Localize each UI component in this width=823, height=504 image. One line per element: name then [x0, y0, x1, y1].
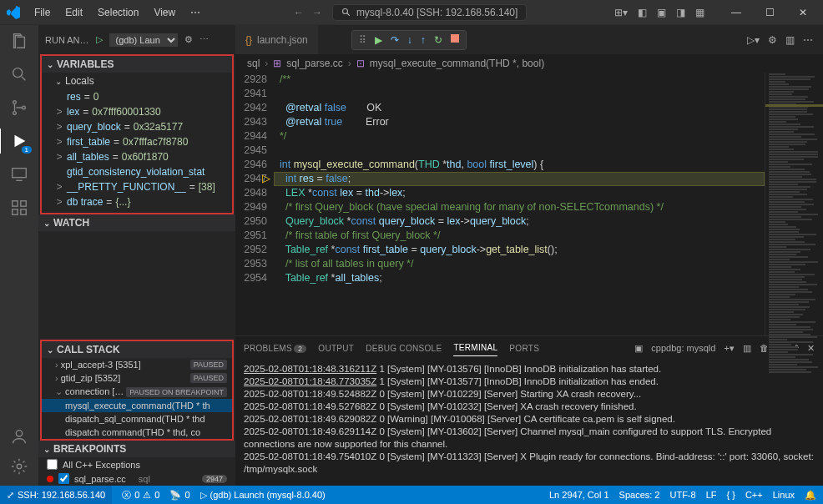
status-os[interactable]: Linux [773, 490, 795, 501]
status-language[interactable]: C++ [745, 490, 763, 501]
svg-point-6 [23, 106, 26, 109]
step-out-button[interactable]: ↑ [421, 34, 426, 46]
breadcrumb[interactable]: sql› ⊞sql_parse.cc› ⊡mysql_execute_comma… [235, 54, 823, 73]
svg-line-1 [347, 13, 350, 15]
menu-edit[interactable]: Edit [59, 7, 88, 18]
tab-problems[interactable]: PROBLEMS2 [244, 340, 306, 356]
thread-row[interactable]: › xpl_accept-3 [5351]PAUSED [42, 358, 232, 371]
account-icon[interactable] [10, 427, 28, 446]
bp-checkbox[interactable] [47, 459, 58, 470]
watch-header[interactable]: ⌄WATCH [38, 214, 235, 231]
settings-gear-icon[interactable] [10, 457, 28, 476]
layout-bottom-icon[interactable]: ▣ [657, 7, 666, 18]
nav-forward[interactable]: → [312, 7, 322, 18]
tab-ports[interactable]: PORTS [509, 340, 539, 356]
menu-view[interactable]: View [148, 7, 181, 18]
status-encoding[interactable]: UTF-8 [669, 490, 695, 501]
variable-row[interactable]: gtid_consistency_violation_stat [42, 164, 232, 179]
callstack-header[interactable]: ⌄CALL STACK [42, 341, 232, 358]
bp-checkbox[interactable] [58, 473, 69, 484]
drag-handle-icon[interactable]: ⠿ [359, 34, 366, 46]
command-center[interactable]: mysql-8.0.40 [SSH: 192.168.56.140] [332, 4, 527, 21]
stack-frame[interactable]: dispatch command(THD * thd, co [42, 426, 232, 439]
menu-selection[interactable]: Selection [92, 7, 144, 18]
variable-row[interactable]: >__PRETTY_FUNCTION__ = [38] [42, 179, 232, 194]
start-debug-button[interactable]: ▷ [96, 34, 103, 45]
customize-layout-icon[interactable]: ▦ [695, 7, 704, 18]
breakpoint-all-cpp[interactable]: All C++ Exceptions [38, 457, 235, 471]
menu-more[interactable]: ⋯ [184, 7, 206, 18]
step-into-button[interactable]: ↓ [407, 34, 412, 46]
step-over-button[interactable]: ↷ [391, 34, 399, 46]
tab-debug-console[interactable]: DEBUG CONSOLE [366, 340, 442, 356]
tab-output[interactable]: OUTPUT [318, 340, 354, 356]
layout-left-icon[interactable]: ◧ [638, 7, 647, 18]
stop-button[interactable] [451, 34, 459, 43]
split-editor-icon[interactable]: ▥ [785, 34, 795, 46]
variables-section: ⌄VARIABLES ⌄Locals res = 0>lex = 0x7fff6… [40, 54, 234, 214]
new-terminal-icon[interactable]: +▾ [724, 343, 734, 354]
tab-launch-json[interactable]: {}launch.json [235, 25, 318, 54]
stack-frame[interactable]: dispatch_sql_command(THD * thd [42, 412, 232, 426]
terminal-output[interactable]: 2025-02-08T01:18:48.316211Z 1 [System] [… [235, 360, 823, 486]
thread-row[interactable]: ⌄ connection […PAUSED ON BREAKPOINT [42, 385, 232, 399]
svg-point-5 [13, 112, 17, 115]
function-icon: ⊡ [356, 58, 365, 69]
menu-file[interactable]: File [28, 7, 56, 18]
window-close[interactable]: ✕ [790, 3, 816, 23]
split-terminal-icon[interactable]: ▥ [743, 343, 751, 354]
restart-button[interactable]: ↻ [434, 34, 442, 46]
locals-header[interactable]: ⌄Locals [42, 73, 232, 89]
json-icon: {} [245, 34, 252, 46]
remote-explorer-icon[interactable] [10, 165, 28, 184]
run-and-debug-label: RUN AN… [45, 35, 89, 45]
variable-row[interactable]: >db trace = {...} [42, 194, 232, 209]
variable-row[interactable]: res = 0 [42, 89, 232, 104]
layout-right-icon[interactable]: ◨ [676, 7, 685, 18]
svg-point-2 [13, 68, 23, 78]
variable-row[interactable]: >all_tables = 0x60f1870 [42, 149, 232, 164]
status-bell-icon[interactable]: 🔔 [805, 490, 816, 501]
svg-point-14 [17, 464, 22, 469]
run-debug-icon[interactable]: 1 [10, 132, 28, 150]
status-position[interactable]: Ln 2947, Col 1 [549, 490, 609, 501]
remote-indicator[interactable]: ⤢ SSH: 192.168.56.140 [0, 486, 112, 504]
settings-tab-icon[interactable]: ⚙ [768, 34, 777, 46]
more-icon[interactable]: ⋯ [199, 34, 209, 45]
terminal-name: cppdbg: mysqld [651, 343, 715, 353]
status-ports[interactable]: 📡 0 [169, 490, 189, 501]
variable-row[interactable]: >query_block = 0x32a5177 [42, 119, 232, 134]
stack-frame[interactable]: mysql_execute_command(THD * th [42, 399, 232, 412]
run-config-icon[interactable]: ▷▾ [747, 34, 760, 46]
thread-row[interactable]: › gtid_zip [5352]PAUSED [42, 371, 232, 385]
status-launch[interactable]: ▷ (gdb) Launch (mysql-8.0.40) [200, 490, 326, 501]
window-minimize[interactable]: — [723, 3, 750, 23]
window-maximize[interactable]: ☐ [756, 3, 783, 23]
status-language-brackets[interactable]: { } [727, 490, 735, 501]
launch-config-select[interactable]: (gdb) Laun [109, 33, 178, 47]
status-errors[interactable]: ⓧ 0 ⚠ 0 [122, 489, 159, 501]
more-tab-icon[interactable]: ⋯ [803, 34, 813, 46]
search-activity-icon[interactable] [10, 65, 28, 83]
source-control-icon[interactable] [10, 98, 28, 117]
variables-header[interactable]: ⌄VARIABLES [42, 56, 232, 73]
terminal-profile-icon[interactable]: ▣ [634, 343, 643, 354]
breakpoint-file[interactable]: sql_parse.cc sql2947 [38, 471, 235, 486]
status-spaces[interactable]: Spaces: 2 [619, 490, 660, 501]
variable-row[interactable]: >lex = 0x7fff60001330 [42, 104, 232, 119]
activity-bar: 1 [0, 25, 38, 486]
gear-icon[interactable]: ⚙ [184, 34, 193, 45]
extensions-icon[interactable] [10, 199, 28, 217]
copilot-icon[interactable]: ⊞▾ [614, 7, 628, 18]
tab-terminal[interactable]: TERMINAL [453, 340, 497, 356]
bottom-panel: PROBLEMS2 OUTPUT DEBUG CONSOLE TERMINAL … [235, 335, 823, 486]
continue-button[interactable]: ▶ [375, 34, 382, 46]
code-editor[interactable]: 2928294129422943294429452946294729482949… [235, 73, 765, 335]
status-eol[interactable]: LF [706, 490, 717, 501]
variable-row[interactable]: >first_table = 0x7fffac7f8780 [42, 134, 232, 149]
breakpoints-header[interactable]: ⌄BREAKPOINTS [38, 441, 235, 457]
nav-back[interactable]: ← [294, 7, 304, 18]
explorer-icon[interactable] [10, 32, 28, 50]
minimap[interactable] [765, 73, 823, 335]
debug-sidebar: RUN AN… ▷ (gdb) Laun ⚙ ⋯ ⌄VARIABLES ⌄Loc… [38, 25, 235, 486]
